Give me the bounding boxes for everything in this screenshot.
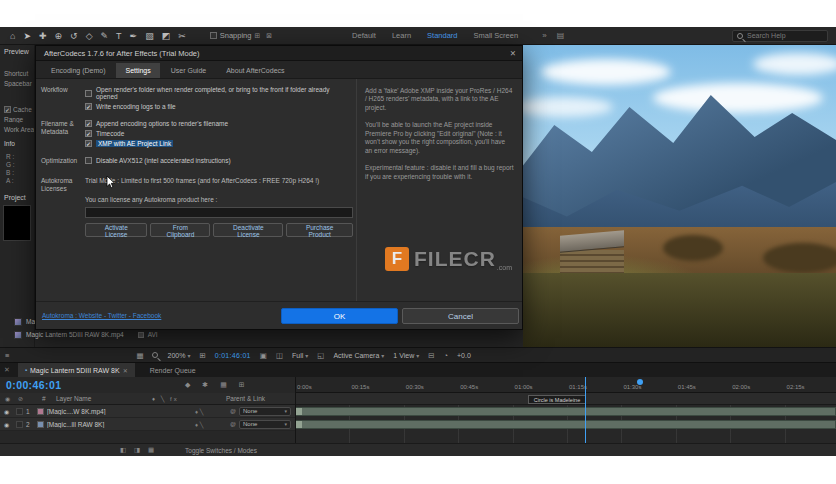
panel-label-shortcut[interactable]: Shortcut <box>0 70 34 77</box>
workspace-default[interactable]: Default <box>352 31 376 40</box>
playhead-line[interactable] <box>585 377 586 443</box>
layer-bar[interactable] <box>295 407 836 416</box>
fast-previews-icon[interactable]: ◔ <box>444 351 449 360</box>
button-from-clipboard[interactable]: From Clipboard <box>150 223 210 237</box>
checkbox-icon[interactable]: ✓ <box>4 106 11 113</box>
panel-label-range[interactable]: Range <box>0 116 34 123</box>
checkbox-icon[interactable]: ✓ <box>85 140 92 147</box>
button-purchase-product[interactable]: Purchase Product <box>286 223 353 237</box>
tab-user-guide[interactable]: User Guide <box>162 63 215 78</box>
cancel-button[interactable]: Cancel <box>402 308 519 324</box>
checkbox-icon[interactable]: ✓ <box>85 120 92 127</box>
workspace-learn[interactable]: Learn <box>392 31 411 40</box>
snapping-checkbox[interactable] <box>210 32 217 39</box>
selection-tool-icon[interactable]: ➤ <box>23 31 31 41</box>
close-icon[interactable]: ✕ <box>123 367 128 374</box>
panel-label-cache[interactable]: ✓Cache <box>0 106 34 113</box>
panel-label-preview[interactable]: Preview <box>0 48 34 55</box>
checkbox-icon[interactable] <box>85 157 92 164</box>
tab-encoding-demo[interactable]: Encoding (Demo) <box>42 63 114 78</box>
panel-close-icon[interactable]: ✕ <box>4 366 10 374</box>
zoom-tool-icon[interactable]: ⊕ <box>55 31 63 41</box>
region-of-interest-icon[interactable]: ◱ <box>317 351 324 360</box>
setting-row-open-render-s-folder-when-rend[interactable]: Open render's folder when render complet… <box>85 86 352 100</box>
hand-tool-icon[interactable]: ✚ <box>39 31 47 41</box>
setting-row-append-encoding-options-to-ren[interactable]: ✓Append encoding options to render's fil… <box>85 120 352 127</box>
magnify-icon[interactable] <box>152 352 158 358</box>
roto-brush-icon[interactable]: ◩ <box>162 31 171 41</box>
visibility-icon[interactable]: ◉ <box>4 408 13 415</box>
column-layer-name[interactable]: Layer Name <box>56 395 91 402</box>
panel-label-work-area[interactable]: Work Area <box>0 126 34 133</box>
dialog-title-bar[interactable]: AfterCodecs 1.7.6 for After Effects (Tri… <box>36 46 522 61</box>
project-panel-label[interactable]: Project <box>0 194 34 201</box>
panel-label-info[interactable]: Info <box>0 140 34 147</box>
panel-divider[interactable] <box>295 377 296 443</box>
ok-button[interactable]: OK <box>281 308 398 324</box>
rotation-tool-icon[interactable]: ◇ <box>86 31 93 41</box>
autokroma-links[interactable]: Autokroma : Website - Twitter - Facebook <box>42 312 161 319</box>
tab-about-aftercodecs[interactable]: About AfterCodecs <box>217 63 293 78</box>
setting-row-disable-avx512-intel-accelerat[interactable]: Disable AVX512 (intel accelerated instru… <box>85 157 352 164</box>
visibility-icon[interactable]: ◉ <box>4 421 13 428</box>
comp-tab[interactable]: ▪ Magic Lantern 5DIII RAW 8K ✕ <box>18 363 135 377</box>
checkbox-icon[interactable]: ✓ <box>85 130 92 137</box>
zoom-level-dropdown[interactable]: 200% ▾ <box>167 352 190 359</box>
lock-cell[interactable] <box>16 408 23 415</box>
home-icon[interactable]: ⌂ <box>10 31 15 41</box>
playhead-handle[interactable] <box>637 379 643 385</box>
layer-color-chip[interactable] <box>37 408 44 415</box>
snapping-toggle[interactable]: Snapping ⊞ ⊠ <box>210 31 274 40</box>
workspace-standard[interactable]: Standard <box>427 31 457 40</box>
snapping-options-icons[interactable]: ⊞ ⊠ <box>254 32 274 40</box>
show-snapshot-icon[interactable]: ◫ <box>276 351 283 360</box>
timeline-view-icons[interactable]: ◧ ◨ ▦ <box>120 446 157 454</box>
clone-stamp-icon[interactable]: ▧ <box>145 31 154 41</box>
layer-bar[interactable] <box>295 420 836 429</box>
parent-pickwhip-icon[interactable]: @ <box>230 421 236 427</box>
pen-tool-icon[interactable]: ✎ <box>101 31 109 41</box>
timeline-ruler[interactable]: 0:00s00:15s00:30s00:45s01:00s01:15s01:30… <box>295 377 836 393</box>
search-help-box[interactable]: Search Help <box>732 30 828 42</box>
parent-link-dropdown[interactable]: None▾ <box>239 420 291 429</box>
dialog-close-icon[interactable]: ✕ <box>504 49 522 58</box>
lock-cell[interactable] <box>16 421 23 428</box>
column-parent-link[interactable]: Parent & Link <box>226 395 265 402</box>
button-activate-license[interactable]: Activate License <box>85 223 147 237</box>
brush-tool-icon[interactable]: ✒ <box>130 31 138 41</box>
timeline-option-icons[interactable]: ◆ ✱ ▦ ⊞ <box>185 381 250 389</box>
layer-color-chip[interactable] <box>37 421 44 428</box>
parent-link-dropdown[interactable]: None▾ <box>239 407 291 416</box>
channel-icon[interactable]: ▦ <box>136 351 143 360</box>
layer-row[interactable]: ◉2[Magic...lll RAW 8K]♦ ╲@None▾ <box>0 418 295 431</box>
render-queue-tab[interactable]: Render Queue <box>143 363 203 377</box>
panel-menu-icon[interactable]: ≡ <box>5 351 9 360</box>
setting-row-timecode[interactable]: ✓Timecode <box>85 130 352 137</box>
license-key-input[interactable] <box>85 207 353 218</box>
toggle-switches-label[interactable]: Toggle Switches / Modes <box>185 447 257 454</box>
workspace-small-screen[interactable]: Small Screen <box>474 31 519 40</box>
tab-settings[interactable]: Settings <box>116 63 159 78</box>
parent-pickwhip-icon[interactable]: @ <box>230 408 236 414</box>
checkbox-icon[interactable] <box>85 90 92 97</box>
composition-viewer[interactable] <box>523 45 836 347</box>
checkbox-icon[interactable]: ✓ <box>85 103 92 110</box>
composition-marker[interactable]: Circle is Madeleine <box>528 395 586 404</box>
type-tool-icon[interactable]: T <box>116 31 122 41</box>
panel-label-spacebar[interactable]: Spacebar <box>0 80 34 87</box>
snapshot-icon[interactable]: ▣ <box>260 351 267 360</box>
puppet-pin-icon[interactable]: ✂ <box>178 31 186 41</box>
view-layout-dropdown[interactable]: 1 View ▾ <box>393 352 419 359</box>
pixel-aspect-icon[interactable]: ⊟ <box>428 351 434 360</box>
workspace-overflow-icons[interactable]: » ▤ <box>542 31 568 40</box>
exposure-value[interactable]: +0.0 <box>457 352 471 359</box>
setting-row-xmp-with-ae-project-link[interactable]: ✓XMP with AE Project Link <box>85 140 352 147</box>
current-time-display[interactable]: 0:00:46:01 <box>6 379 61 391</box>
camera-dropdown[interactable]: Active Camera ▾ <box>333 352 384 359</box>
viewer-timecode[interactable]: 0:01:46:01 <box>215 352 251 359</box>
button-deactivate-license[interactable]: Deactivate License <box>213 223 283 237</box>
layer-row[interactable]: ◉1[Magic....W 8K.mp4]♦ ╲@None▾ <box>0 405 295 418</box>
grid-guides-icon[interactable]: ⊞ <box>199 351 205 360</box>
resolution-dropdown[interactable]: Full ▾ <box>292 352 308 359</box>
orbit-camera-icon[interactable]: ↺ <box>70 31 78 41</box>
